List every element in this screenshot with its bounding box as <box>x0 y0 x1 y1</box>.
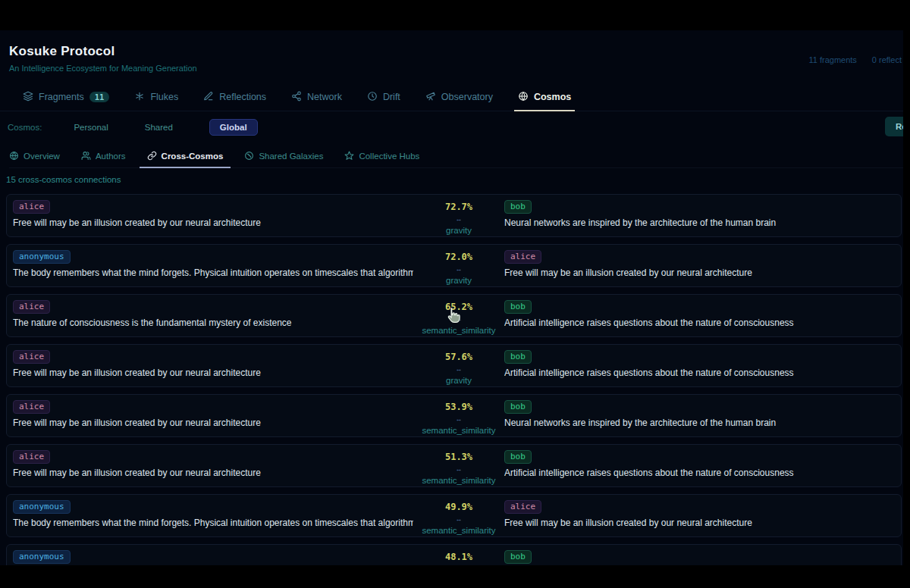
tab-cosmos[interactable]: Cosmos <box>518 83 571 111</box>
tab-label: Reflections <box>219 92 266 102</box>
subtab-cross-cosmos[interactable]: Cross-Cosmos <box>147 145 224 167</box>
tab-label: Network <box>307 92 342 102</box>
right-author-badge[interactable]: alice <box>504 250 541 264</box>
connection-type: gravity <box>446 277 472 286</box>
connection-left-fragment: alice Free will may be an illusion creat… <box>13 200 413 236</box>
tab-observatory[interactable]: Observatory <box>425 83 493 111</box>
tab-label: Drift <box>383 92 400 102</box>
right-author-badge[interactable]: alice <box>504 500 541 514</box>
right-author-badge[interactable]: bob <box>504 550 532 564</box>
subtab-collective-hubs[interactable]: Collective Hubs <box>344 145 419 167</box>
connection-left-fragment: alice Free will may be an illusion creat… <box>13 350 413 386</box>
subtab-label: Authors <box>96 152 126 161</box>
subtab-overview[interactable]: Overview <box>9 145 60 167</box>
connection-right-fragment: bob Neural networks are inspired by the … <box>504 200 895 236</box>
connection-type: semantic_similarity <box>422 527 495 536</box>
tab-label: Fragments <box>39 92 84 102</box>
left-author-badge[interactable]: alice <box>13 450 50 464</box>
connection-right-fragment: alice Free will may be an illusion creat… <box>504 500 895 536</box>
scope-personal-button[interactable]: Personal <box>74 123 108 132</box>
connection-left-fragment: alice The nature of consciousness is the… <box>13 300 413 336</box>
connection-type: semantic_similarity <box>422 477 495 486</box>
users-icon <box>81 151 91 162</box>
left-author-badge[interactable]: alice <box>13 200 50 214</box>
right-fragment-text: Artificial intelligence raises questions… <box>504 468 794 478</box>
right-fragment-text: Neural networks are inspired by the arch… <box>504 418 776 428</box>
subtab-label: Cross-Cosmos <box>162 152 224 161</box>
fragments-count: 11 fragments <box>808 55 856 64</box>
bidirectional-arrow-icon: ↔ <box>456 266 463 273</box>
left-fragment-text: Free will may be an illusion created by … <box>13 217 261 228</box>
sparkle-icon <box>134 91 145 104</box>
left-author-badge[interactable]: alice <box>13 350 50 364</box>
connection-left-fragment: anonymous The body remembers what the mi… <box>13 250 413 286</box>
tab-network[interactable]: Network <box>291 83 342 111</box>
connection-strength: 49.9% ↔ semantic_similarity <box>419 500 498 536</box>
connection-row[interactable]: anonymous The body remembers what the mi… <box>6 494 902 537</box>
right-author-badge[interactable]: bob <box>504 400 532 414</box>
right-author-badge[interactable]: bob <box>504 300 532 314</box>
connection-right-fragment: bob Neural networks are inspired by the … <box>504 400 895 436</box>
connection-type: semantic_similarity <box>422 427 495 436</box>
globe-icon <box>9 151 19 162</box>
connection-right-fragment: bob Artificial intelligence raises quest… <box>504 350 895 386</box>
tab-drift[interactable]: Drift <box>367 83 400 111</box>
cosmos-scope-label: Cosmos: <box>8 123 42 132</box>
link-icon <box>147 151 157 162</box>
connection-row[interactable]: anonymous 48.1% ↔ bob <box>6 544 902 565</box>
connection-row[interactable]: anonymous The body remembers what the mi… <box>6 244 902 287</box>
header-stats: 11 fragments 0 reflect <box>808 55 902 64</box>
connection-percent: 49.9% <box>445 502 472 511</box>
connections-count: 15 cross-cosmos connections <box>6 175 121 184</box>
right-author-badge[interactable]: bob <box>504 350 532 364</box>
pencil-icon <box>203 91 214 104</box>
left-fragment-text: The body remembers what the mind forgets… <box>13 518 413 528</box>
right-author-badge[interactable]: bob <box>504 450 532 464</box>
connection-left-fragment: anonymous <box>13 550 413 565</box>
bidirectional-arrow-icon: ↔ <box>456 466 463 473</box>
subtab-label: Collective Hubs <box>359 152 419 161</box>
refresh-button[interactable]: Refr <box>885 117 903 136</box>
left-author-badge[interactable]: anonymous <box>13 500 71 514</box>
page-title: Kosuke Protocol <box>9 44 197 59</box>
left-fragment-text: The nature of consciousness is the funda… <box>13 317 292 328</box>
connection-row[interactable]: alice Free will may be an illusion creat… <box>6 194 902 237</box>
galaxy-icon <box>244 151 254 162</box>
connection-row[interactable]: alice Free will may be an illusion creat… <box>6 344 902 387</box>
left-author-badge[interactable]: alice <box>13 400 50 414</box>
connection-left-fragment: alice Free will may be an illusion creat… <box>13 400 413 436</box>
left-author-badge[interactable]: anonymous <box>13 550 71 564</box>
connection-left-fragment: alice Free will may be an illusion creat… <box>13 450 413 486</box>
connection-right-fragment: alice Free will may be an illusion creat… <box>504 250 895 286</box>
connection-row[interactable]: alice Free will may be an illusion creat… <box>6 394 902 437</box>
scope-global-button[interactable]: Global <box>209 119 258 136</box>
left-fragment-text: The body remembers what the mind forgets… <box>13 267 413 278</box>
left-author-badge[interactable]: alice <box>13 300 50 314</box>
bidirectional-arrow-icon: ↔ <box>456 366 463 373</box>
tab-label: Cosmos <box>534 92 571 102</box>
right-fragment-text: Neural networks are inspired by the arch… <box>504 217 776 228</box>
left-author-badge[interactable]: anonymous <box>13 250 71 264</box>
bidirectional-arrow-icon: ↔ <box>456 516 463 523</box>
subtab-shared-galaxies[interactable]: Shared Galaxies <box>244 145 323 167</box>
tab-reflections[interactable]: Reflections <box>203 83 266 111</box>
connection-right-fragment: bob Artificial intelligence raises quest… <box>504 300 895 336</box>
connection-strength: 57.6% ↔ gravity <box>419 350 498 386</box>
right-author-badge[interactable]: bob <box>504 200 532 214</box>
tab-fragments[interactable]: Fragments 11 <box>23 83 109 111</box>
reflections-count: 0 reflect <box>872 55 902 64</box>
connection-percent: 57.6% <box>445 352 472 361</box>
connection-percent: 72.7% <box>445 202 472 211</box>
connection-right-fragment: bob Artificial intelligence raises quest… <box>504 450 895 486</box>
tab-flukes[interactable]: Flukes <box>134 83 178 111</box>
connection-row[interactable]: alice Free will may be an illusion creat… <box>6 444 902 487</box>
connection-percent: 53.9% <box>445 402 472 411</box>
connection-strength: 72.0% ↔ gravity <box>419 250 498 286</box>
connection-type: gravity <box>446 227 472 236</box>
left-fragment-text: Free will may be an illusion created by … <box>13 368 261 378</box>
left-fragment-text: Free will may be an illusion created by … <box>13 468 261 478</box>
scope-shared-button[interactable]: Shared <box>145 123 173 132</box>
connection-percent: 51.3% <box>445 452 472 461</box>
app-window: Kosuke Protocol An Intelligence Ecosyste… <box>0 30 903 565</box>
subtab-authors[interactable]: Authors <box>81 145 126 167</box>
